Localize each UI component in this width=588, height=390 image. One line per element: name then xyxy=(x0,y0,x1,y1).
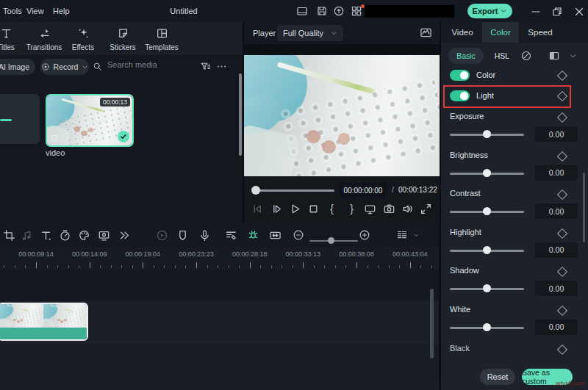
brace-open-icon[interactable]: { xyxy=(326,203,338,215)
keyframe-diamond-icon[interactable] xyxy=(557,71,567,81)
menu-tools[interactable]: Tools xyxy=(3,7,22,15)
export-button[interactable]: Export xyxy=(467,4,512,18)
upload-icon[interactable] xyxy=(333,5,345,17)
menu-view[interactable]: View xyxy=(26,7,44,15)
tab-video[interactable]: Video xyxy=(444,22,481,43)
seek-bar[interactable] xyxy=(255,189,334,192)
fullscreen-icon[interactable] xyxy=(420,203,432,215)
tab-titles[interactable]: Titles xyxy=(0,27,26,51)
search-input[interactable] xyxy=(106,59,190,70)
play-icon[interactable] xyxy=(289,203,301,215)
black-keyframe-diamond-icon[interactable] xyxy=(557,344,567,355)
media-scrollbar[interactable] xyxy=(239,73,242,156)
ruler-tick xyxy=(164,265,165,268)
curves-icon[interactable] xyxy=(520,50,532,62)
more-icon[interactable] xyxy=(216,61,227,72)
tab-effects[interactable]: Effects xyxy=(62,27,104,51)
caret-small-icon[interactable] xyxy=(413,232,420,239)
keyframe-icon[interactable] xyxy=(247,229,259,242)
zoom-in-icon[interactable] xyxy=(359,229,370,241)
music-note-icon[interactable] xyxy=(21,229,33,242)
tab-label: Templates xyxy=(141,43,182,51)
ruler-tick xyxy=(335,265,336,268)
timeline-clip-video[interactable] xyxy=(0,303,88,341)
subtab-hsl[interactable]: HSL xyxy=(488,48,516,64)
close-icon[interactable] xyxy=(573,6,585,18)
slider-handle[interactable] xyxy=(483,284,491,292)
slider-value[interactable]: 0.00 xyxy=(535,126,578,142)
marker-icon[interactable] xyxy=(176,229,189,242)
play-circle-icon[interactable] xyxy=(156,229,168,242)
fit-timeline-icon[interactable] xyxy=(269,229,282,242)
speaker-icon[interactable] xyxy=(401,203,414,215)
keyframe-diamond-icon[interactable] xyxy=(557,267,567,277)
slider-handle[interactable] xyxy=(483,323,491,331)
keyframe-diamond-icon[interactable] xyxy=(557,189,567,200)
slider-handle[interactable] xyxy=(483,130,491,138)
restore-icon[interactable] xyxy=(551,6,563,18)
timeline-vertical-scrollbar[interactable] xyxy=(430,289,434,358)
record-dropdown[interactable]: Record xyxy=(40,59,89,75)
slider-handle[interactable] xyxy=(483,169,491,177)
mic-icon[interactable] xyxy=(198,229,211,242)
screen-record-icon[interactable] xyxy=(98,229,110,242)
tab-transitions[interactable]: Transitions xyxy=(24,27,65,51)
chevron-down-icon[interactable] xyxy=(569,52,577,60)
slider-handle[interactable] xyxy=(483,207,491,215)
tab-label: Stickers xyxy=(102,43,143,51)
layout-icon[interactable] xyxy=(296,5,308,17)
save-icon[interactable] xyxy=(316,5,328,17)
menu-help[interactable]: Help xyxy=(53,7,70,15)
speed-icon[interactable] xyxy=(59,229,71,242)
keyframe-diamond-icon[interactable] xyxy=(557,151,567,161)
camera-icon[interactable] xyxy=(383,203,395,215)
compare-icon[interactable] xyxy=(548,50,560,62)
brace-close-icon[interactable]: } xyxy=(345,203,358,215)
slider-label: Shadow xyxy=(450,266,479,275)
tab-color[interactable]: Color xyxy=(482,22,519,43)
ruler-tick xyxy=(185,265,186,268)
crop-icon[interactable] xyxy=(3,229,15,242)
current-time[interactable]: 00:00:00:00 xyxy=(340,183,387,198)
ai-image-button[interactable]: AI Image xyxy=(0,59,35,75)
quality-dropdown[interactable]: Full Quality xyxy=(277,25,343,41)
palette-icon[interactable] xyxy=(78,229,90,242)
slider-value[interactable]: 0.00 xyxy=(535,319,578,335)
chevrons-right-icon[interactable] xyxy=(118,229,131,242)
properties-scrollbar[interactable] xyxy=(583,173,585,242)
ruler-tick xyxy=(207,265,208,268)
filter-icon[interactable] xyxy=(200,61,211,72)
slider-value[interactable]: 0.00 xyxy=(535,242,578,258)
color-toggle[interactable] xyxy=(450,70,470,81)
slider-row-brightness: Brightness0.00 xyxy=(441,148,588,186)
slider-value[interactable]: 0.00 xyxy=(535,281,578,296)
keyframe-diamond-icon[interactable] xyxy=(557,228,567,238)
keyframe-diamond-icon[interactable] xyxy=(557,112,567,123)
stop-icon[interactable] xyxy=(307,203,320,215)
tab-speed[interactable]: Speed xyxy=(522,22,559,43)
reset-button[interactable]: Reset xyxy=(480,369,515,385)
keyframe-diamond-icon[interactable] xyxy=(557,305,567,315)
subtab-basic[interactable]: Basic xyxy=(448,48,484,64)
seek-handle[interactable] xyxy=(251,186,260,195)
track-manage-icon[interactable] xyxy=(396,229,408,241)
device-icon[interactable] xyxy=(364,203,376,215)
text-tool-icon[interactable] xyxy=(40,229,52,242)
slider-handle[interactable] xyxy=(483,246,491,254)
zoom-out-icon[interactable] xyxy=(293,229,304,241)
ruler-tick xyxy=(196,262,197,268)
minimize-icon[interactable] xyxy=(530,6,542,18)
scope-icon[interactable] xyxy=(420,26,432,39)
audio-track[interactable] xyxy=(0,344,439,382)
slider-value[interactable]: 0.00 xyxy=(535,165,578,181)
timeline-ruler[interactable]: 00:00:09:1400:00:14:0900:00:19:0400:00:2… xyxy=(0,248,439,270)
media-item-video[interactable]: 00:00:13 xyxy=(46,94,134,147)
slider-value[interactable]: 0.00 xyxy=(535,203,578,219)
prev-frame-icon[interactable] xyxy=(251,203,263,215)
step-forward-icon[interactable] xyxy=(270,203,283,215)
timeline-zoom-handle[interactable] xyxy=(328,237,334,244)
tab-stickers[interactable]: Stickers xyxy=(102,27,143,51)
svg-text:{: { xyxy=(330,203,334,214)
mixer-icon[interactable] xyxy=(225,229,237,242)
tab-templates[interactable]: Templates xyxy=(141,27,182,51)
